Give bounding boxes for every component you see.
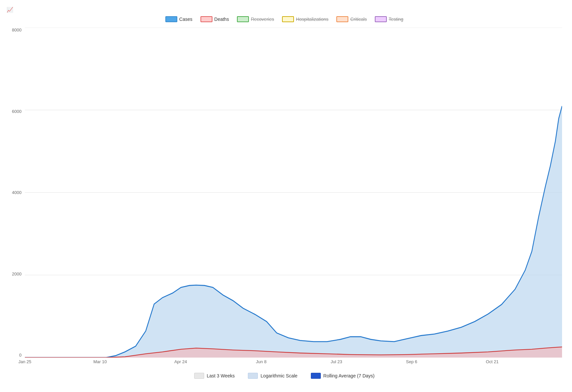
chart-area: 80006000400020000	[7, 27, 562, 368]
legend-swatch-cases	[165, 16, 177, 22]
legend-label-testing: Testing	[389, 17, 403, 22]
bottom-legend-item-logscale[interactable]: Logarithmic Scale	[248, 373, 297, 379]
y-axis-label: 6000	[12, 109, 22, 114]
x-axis-label: Jul 23	[331, 359, 342, 364]
chart-icon: 📈	[7, 7, 13, 13]
chart-container: 📈 CasesDeathsRecoveriesHospitalizationsC…	[0, 0, 572, 392]
chart-svg	[25, 27, 562, 358]
legend-item-criticals[interactable]: Criticals	[336, 16, 367, 22]
chart-legend: CasesDeathsRecoveriesHospitalizationsCri…	[7, 16, 562, 22]
y-axis-label: 8000	[12, 27, 22, 32]
legend-item-testing[interactable]: Testing	[375, 16, 403, 22]
legend-item-hospitalizations[interactable]: Hospitalizations	[282, 16, 328, 22]
bottom-label-rolling: Rolling Average (7 Days)	[323, 373, 375, 378]
cases-area	[25, 106, 562, 358]
legend-label-deaths: Deaths	[214, 17, 229, 22]
legend-swatch-hospitalizations	[282, 16, 294, 22]
bottom-legend-item-rolling[interactable]: Rolling Average (7 Days)	[311, 373, 375, 379]
plot-area: Jan 25Mar 10Apr 24Jun 8Jul 23Sep 6Oct 21	[25, 27, 562, 368]
legend-label-criticals: Criticals	[350, 17, 367, 22]
bottom-legend-item-last3weeks[interactable]: Last 3 Weeks	[194, 373, 235, 379]
bottom-swatch-logscale	[248, 373, 258, 379]
y-axis: 80006000400020000	[7, 27, 25, 368]
legend-swatch-recoveries	[237, 16, 249, 22]
y-axis-label: 0	[19, 353, 22, 358]
legend-item-cases[interactable]: Cases	[165, 16, 193, 22]
legend-label-cases: Cases	[179, 17, 193, 22]
x-axis-label: Mar 10	[93, 359, 107, 364]
bottom-label-last3weeks: Last 3 Weeks	[207, 373, 235, 378]
y-axis-label: 4000	[12, 190, 22, 195]
legend-swatch-testing	[375, 16, 387, 22]
bottom-legend: Last 3 WeeksLogarithmic ScaleRolling Ave…	[7, 373, 562, 379]
legend-label-hospitalizations: Hospitalizations	[296, 17, 328, 22]
x-axis-label: Apr 24	[174, 359, 187, 364]
x-axis-label: Oct 21	[486, 359, 498, 364]
x-axis-label: Sep 6	[406, 359, 417, 364]
legend-label-recoveries: Recoveries	[251, 17, 274, 22]
bottom-swatch-last3weeks	[194, 373, 204, 379]
chart-title: 📈	[7, 7, 562, 13]
bottom-label-logscale: Logarithmic Scale	[260, 373, 297, 378]
x-axis: Jan 25Mar 10Apr 24Jun 8Jul 23Sep 6Oct 21	[25, 358, 562, 368]
legend-item-recoveries[interactable]: Recoveries	[237, 16, 274, 22]
legend-item-deaths[interactable]: Deaths	[200, 16, 229, 22]
legend-swatch-deaths	[200, 16, 212, 22]
legend-swatch-criticals	[336, 16, 348, 22]
y-axis-label: 2000	[12, 271, 22, 276]
bottom-swatch-rolling	[311, 373, 321, 379]
x-axis-label: Jan 25	[18, 359, 31, 364]
x-axis-label: Jun 8	[256, 359, 266, 364]
